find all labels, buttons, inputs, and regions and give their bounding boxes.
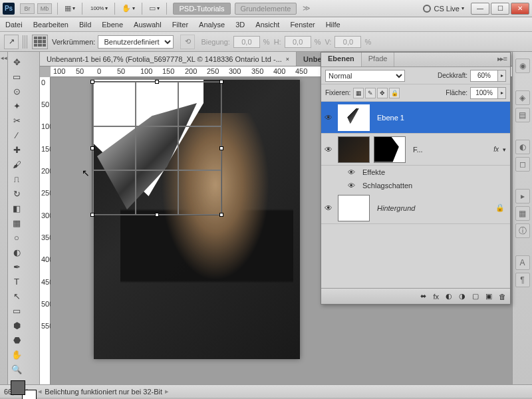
masks-panel-icon[interactable]: ◻ (515, 157, 530, 172)
menu-hilfe[interactable]: Hilfe (326, 21, 340, 29)
history-brush-tool[interactable]: ↻ (10, 187, 23, 200)
menu-ansicht[interactable]: Ansicht (255, 21, 279, 29)
fx-effekte[interactable]: 👁Effekte (321, 166, 510, 179)
path-tool[interactable]: ↖ (10, 289, 23, 303)
opacity-arrow[interactable]: ▸ (498, 70, 506, 82)
lock-position-icon[interactable]: ✥ (377, 88, 388, 98)
tab-ebenen[interactable]: Ebenen (321, 53, 362, 66)
move-tool[interactable]: ✥ (10, 55, 23, 68)
menu-ebene[interactable]: Ebene (102, 21, 123, 29)
type-tool[interactable]: T (10, 275, 23, 288)
arrange-dropdown[interactable]: ▦▾ (65, 4, 75, 13)
link-layers-icon[interactable]: ⬌ (420, 292, 426, 301)
fill-arrow[interactable]: ▸ (498, 87, 506, 99)
opacity-field[interactable]: 60% (470, 70, 498, 82)
menu-bild[interactable]: Bild (79, 21, 91, 29)
panel-menu-icon[interactable]: ▸▸ ≡ (493, 53, 510, 66)
fx-schlagschatten[interactable]: 👁Schlagschatten (321, 179, 510, 192)
crop-tool[interactable]: ✂ (10, 114, 23, 127)
layer-thumbnail[interactable] (338, 136, 370, 163)
wand-tool[interactable]: ✦ (10, 99, 23, 112)
bridge-button[interactable]: Br (20, 3, 35, 14)
heal-tool[interactable]: ✚ (10, 143, 23, 156)
fg-color[interactable] (11, 380, 25, 395)
3d-camera-tool[interactable]: ⬣ (10, 333, 23, 346)
h-field[interactable]: 0,0 (285, 36, 311, 48)
lock-pixels-icon[interactable]: ✎ (365, 88, 376, 98)
collapse-fx-icon[interactable]: ▾ (503, 146, 506, 153)
cslive-button[interactable]: CS Live▾ (423, 5, 464, 13)
layer-name[interactable]: Ebene 1 (372, 114, 510, 122)
menu-bearbeiten[interactable]: Bearbeiten (33, 21, 68, 29)
layer-name[interactable]: Hintergrund (372, 204, 495, 212)
add-mask-icon[interactable]: ◐ (446, 292, 452, 301)
layer-name[interactable]: F... (408, 146, 493, 154)
arrow-left-icon[interactable]: ◂ (38, 387, 42, 396)
gradient-tool[interactable]: ▦ (10, 216, 23, 229)
menu-filter[interactable]: Filter (172, 21, 188, 29)
maximize-button[interactable]: ☐ (491, 3, 509, 15)
doc-tab-1[interactable]: Unbenannt-1 bei 66,7% (Fotolia_5697778_X… (40, 52, 297, 66)
fx-icon[interactable]: fx (433, 293, 439, 301)
workspace-psd-tutorials[interactable]: PSD-Tutorials (173, 3, 230, 15)
warp-mode-select[interactable]: Benutzerdefiniert (98, 35, 174, 49)
arrow-right-icon[interactable]: ▸ (165, 387, 169, 396)
warp-grid-icon[interactable] (32, 35, 48, 49)
character-panel-icon[interactable]: A (515, 255, 530, 270)
fill-field[interactable]: 100% (470, 87, 498, 99)
lock-all-icon[interactable]: 🔒 (389, 88, 400, 98)
minimize-button[interactable]: — (471, 3, 489, 15)
warp-transform-box[interactable] (92, 81, 222, 215)
menu-fenster[interactable]: Fenster (290, 21, 315, 29)
3d-tool[interactable]: ⬢ (10, 319, 23, 332)
paragraph-panel-icon[interactable]: ¶ (515, 273, 530, 287)
marquee-tool[interactable]: ▭ (10, 70, 23, 83)
close-icon[interactable]: × (286, 56, 289, 63)
hand-tool[interactable]: ✋ (10, 348, 23, 361)
ruler-vertical[interactable]: 050100150200250300350400450500550 (40, 77, 51, 384)
more-workspaces[interactable]: ≫ (303, 4, 311, 13)
layer-f[interactable]: 👁 F... fx ▾ (321, 134, 510, 166)
visibility-icon[interactable]: 👁 (321, 203, 336, 213)
v-field[interactable]: 0,0 (334, 36, 361, 48)
visibility-icon[interactable]: 👁 (321, 113, 336, 122)
pen-tool[interactable]: ✒ (10, 260, 23, 273)
channels-panel-icon[interactable]: ▤ (515, 108, 530, 122)
minibridge-button[interactable]: Mb (37, 3, 52, 14)
delete-layer-icon[interactable]: 🗑 (499, 293, 506, 301)
menu-3d[interactable]: 3D (235, 21, 245, 29)
eyedropper-tool[interactable]: ⁄ (10, 128, 23, 142)
color-panel-icon[interactable]: ◉ (515, 59, 530, 73)
layer-hintergrund[interactable]: 👁 Hintergrund 🔒 (321, 192, 510, 224)
lasso-tool[interactable]: ⊙ (10, 84, 23, 98)
workspace-grundelemente[interactable]: Grundelemente (235, 3, 297, 15)
left-collapse-strip[interactable]: ◂◂ (0, 52, 8, 384)
history-panel-icon[interactable]: ▸ (515, 189, 530, 203)
adjustment-layer-icon[interactable]: ◑ (459, 292, 466, 301)
fx-badge[interactable]: fx (493, 146, 499, 153)
zoom-dropdown[interactable]: 100%▾ (89, 5, 108, 11)
group-icon[interactable]: ▢ (472, 292, 479, 301)
shape-tool[interactable]: ▭ (10, 304, 23, 317)
new-layer-icon[interactable]: ▣ (485, 292, 492, 301)
layer-mask-thumbnail[interactable] (374, 136, 406, 163)
menu-auswahl[interactable]: Auswahl (134, 21, 162, 29)
layers-panel-icon[interactable]: ◈ (515, 90, 530, 105)
color-swatches[interactable] (11, 380, 37, 399)
blur-tool[interactable]: ○ (10, 231, 23, 244)
adjustments-panel-icon[interactable]: ◐ (515, 140, 530, 154)
layer-ebene-1[interactable]: 👁 Ebene 1 (321, 102, 510, 134)
info-panel-icon[interactable]: ⓘ (515, 223, 530, 238)
grip-icon[interactable] (23, 35, 28, 49)
dodge-tool[interactable]: ◐ (10, 245, 23, 259)
menu-analyse[interactable]: Analyse (199, 21, 225, 29)
blend-mode-select[interactable]: Normal (325, 70, 405, 82)
menu-datei[interactable]: Datei (5, 21, 23, 29)
visibility-icon[interactable]: 👁 (321, 145, 336, 154)
close-button[interactable]: ✕ (511, 3, 529, 15)
actions-panel-icon[interactable]: ▦ (515, 206, 530, 221)
layer-thumbnail[interactable] (338, 104, 370, 131)
screen-mode-dropdown[interactable]: ▭▾ (149, 4, 160, 13)
zoom-tool[interactable]: 🔍 (10, 362, 23, 376)
layers-panel[interactable]: Ebenen Pfade ▸▸ ≡ Normal Deckkraft: 60% … (321, 52, 511, 305)
